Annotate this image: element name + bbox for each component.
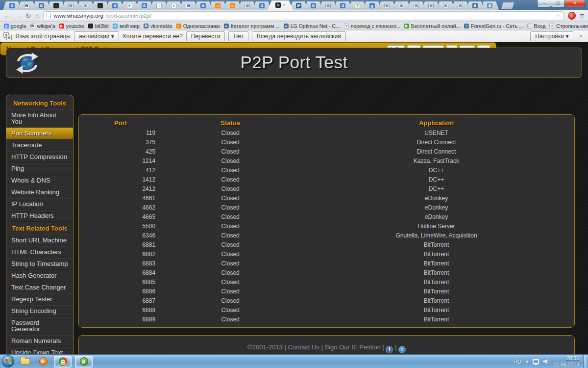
sidebar-item-password-generator[interactable]: Password Generator [6,317,73,335]
language-dropdown[interactable]: английский ▾ [74,31,119,41]
play-icon: ▶ [39,357,48,366]
utorrent-taskbar-button[interactable]: µ [75,356,93,368]
sidebar-item-more-info-about-you[interactable]: More Info About You [6,109,73,128]
minimize-button[interactable]: – [537,0,551,7]
port-cell: 6883 [80,259,161,268]
application-cell: BitTorrent [299,259,573,268]
sidebar-item-http-compression[interactable]: HTTP Compression [6,151,73,163]
maximize-button[interactable]: ◻ [551,0,565,7]
address-bar[interactable]: www.whatsmyip.org/port-scanner/p2p/ ☆ [43,11,564,20]
bookmark-forestgen[interactable]: ⌂ForestGen.ru - Сеть ... [464,23,523,29]
sidebar-item-whois-dns[interactable]: Whois & DNS [6,175,73,186]
bookmark-besplatny-onlain[interactable]: ▶Бесплатный онлай... [404,23,461,29]
media-player-taskbar-button[interactable]: ▶ [36,355,50,368]
back-icon[interactable]: ← [4,12,11,19]
windows-flag-icon [5,358,12,365]
sidebar-item-website-ranking[interactable]: Website Ranking [6,186,73,198]
clock[interactable]: 20:31 01.06.2013 [553,355,579,368]
google-2-favicon-icon: G [112,3,118,8]
volume-icon[interactable]: ) [543,359,549,364]
sidebar-item-hash-generator[interactable]: Hash Generator [6,270,73,282]
pin-favicon-icon: ♦ [171,3,176,8]
reload-icon[interactable]: ↻ [25,12,31,19]
vk-1-favicon-icon: B [39,3,44,8]
table-row: 375ClosedDirect Connect [80,138,573,147]
table-row: 6886ClosedBitTorrent [80,287,573,296]
browser-chrome: GWB•▤▤•G✈Gt♦☎G☺☺▤GS×IPG▤GTg▤▤▤▤▤▤BB – ◻ … [0,0,588,42]
sidebar-item-port-scanners[interactable]: Port Scanners [6,128,73,139]
translate-close-icon[interactable]: × [579,32,583,40]
translate-settings-button[interactable]: Настройки ▾ [530,31,573,41]
status-cell: Closed [161,306,299,315]
sidebar-item-roman-numerals[interactable]: Roman Numerals [6,335,73,347]
translate-icon: яA [3,32,12,40]
sidebar-item-text-case-changer[interactable]: Text Case Changer [6,282,73,293]
start-button[interactable] [2,355,14,368]
bookmark-star-icon[interactable]: ☆ [555,12,561,19]
sidebar-section-header-text-related-tools: Text Related Tools [6,222,73,235]
bookmark-katalog-programm[interactable]: ▲Каталог программ ... [224,23,280,29]
sidebar-item-short-url-machine[interactable]: Short URL Machine [6,235,73,246]
status-cell: Closed [161,250,299,259]
status-cell: Closed [161,287,299,296]
new-tab-button[interactable] [501,2,514,9]
table-row: 4661ClosedeDonkey [80,194,573,203]
doc-7-favicon-icon: ▤ [428,3,434,8]
chrome-taskbar-button[interactable] [54,356,72,368]
keyboard-language[interactable]: RU [514,359,521,365]
sidebar-item-traceroute[interactable]: Traceroute [6,139,73,151]
port-cell: 425 [80,147,161,157]
facebook-footer-icon[interactable]: f [386,346,393,353]
bookmark-vhod[interactable]: ▢Вход [527,23,546,29]
hidden-icons-arrow[interactable]: ▲ [525,359,529,364]
bookmark-lg-optimus[interactable]: ▲LG Optimus Net - C... [284,23,340,29]
moy-mir-favicon-icon: @ [113,24,118,28]
sidebar-item-string-encoding[interactable]: String Encoding [6,305,73,317]
bookmark-moy-mir[interactable]: @мой мир [113,23,140,29]
no-translate-button[interactable]: Нет [228,31,248,41]
bookmark-vkontakte[interactable]: Bvkontakte [144,23,172,29]
translate-button[interactable]: Перевести [186,31,225,41]
status-cell: Closed [161,166,299,175]
bookmark-bit2bit[interactable]: •bit2bit [88,23,109,29]
table-row: 6888ClosedBitTorrent [80,306,573,315]
katalog-programm-favicon-icon: ▲ [224,24,229,28]
vkontakte-favicon-icon: B [144,24,148,28]
sidebar-item-html-characters[interactable]: HTML Characters [6,246,73,258]
forward-icon[interactable]: → [15,12,22,19]
bookmark-perehod-s-yaponskogo[interactable]: Vпереход с японског... [344,23,400,29]
bookmark-google[interactable]: ggoogle [4,23,26,29]
home-icon[interactable]: ⌂ [35,12,39,19]
explorer-taskbar-button[interactable] [18,355,32,368]
tab-vk-3[interactable]: B [481,1,499,10]
bookmarks-overflow-icon[interactable]: » [583,23,586,28]
contact-us-link[interactable]: Contact Us [288,343,319,351]
tab-close-icon[interactable]: × [282,3,285,7]
sidebar-item-string-to-timestamp[interactable]: String to Timestamp [6,258,73,270]
show-desktop-button[interactable] [583,355,587,368]
ports-table: PortStatusApplication 119ClosedUSENET375… [80,116,573,324]
phone-favicon-icon: ☎ [186,3,191,8]
sidebar-item-upside-down-text[interactable]: Upside-Down Text [6,347,73,354]
ie-petition-link[interactable]: Sign Our IE Petition [324,343,380,351]
sidebar-item-ip-location[interactable]: IP Location [6,198,73,210]
tab-whatsmyip-active[interactable]: S× [268,0,293,10]
tray-time: 20:31 [553,355,579,362]
sidebar-item-regexp-tester[interactable]: Regexp Tester [6,293,73,305]
network-icon[interactable] [533,359,539,364]
bookmark-odnoklassniki[interactable]: ☺Одноклассники [176,23,220,29]
doc-5-favicon-icon: ▤ [399,3,404,8]
bit2bit-2-favicon-icon: • [98,3,103,8]
bookmark-wikipedia[interactable]: Wwikipe'a [30,23,55,29]
sidebar-item-http-headers[interactable]: HTTP Headers [6,210,73,222]
application-cell: Direct Connect [299,138,573,147]
ok-2-favicon-icon: ☺ [230,3,235,8]
bookmark-youtube[interactable]: ▶youtube [59,23,84,29]
menu-icon[interactable]: ≡ [580,12,584,19]
close-button[interactable]: × [564,0,585,7]
wikipedia-favicon-icon: W [24,3,29,8]
twitter-footer-icon[interactable]: t [398,346,406,353]
sidebar-item-ping[interactable]: Ping [6,163,73,175]
extension-icon[interactable]: ↓ [568,12,576,20]
always-translate-button[interactable]: Всегда переводить английский [252,31,346,41]
